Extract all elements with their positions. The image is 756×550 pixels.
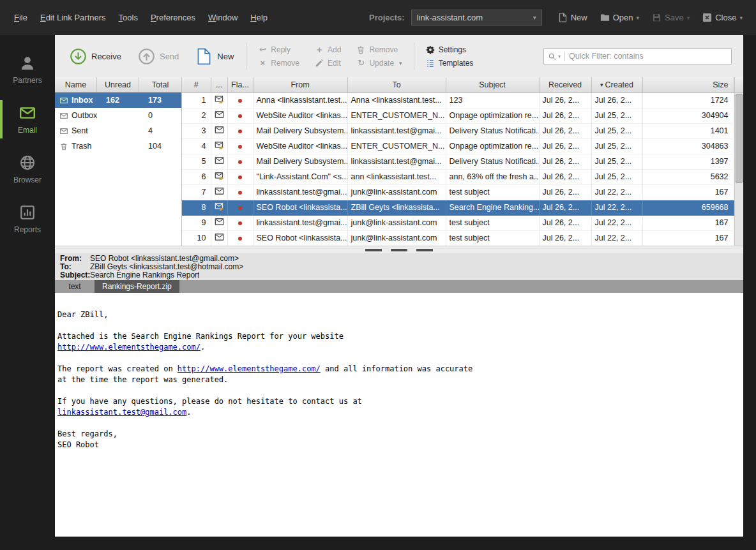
mail-row-from: SEO Robot <linkassista... <box>253 230 347 246</box>
sidebar-item-label: Reports <box>14 225 41 234</box>
mail-row-size: 5632 <box>642 169 734 184</box>
flag-icon <box>238 114 242 118</box>
settings-button[interactable]: Settings <box>426 45 474 54</box>
preview-tab-text[interactable]: text <box>55 280 94 293</box>
message-body-line <box>57 385 741 396</box>
flag-icon <box>238 221 242 225</box>
folder-row-trash[interactable]: Trash104 <box>55 138 181 154</box>
mail-row[interactable]: 1Anna <linkassistant.test...Anna <linkas… <box>182 93 734 108</box>
folder-column-header[interactable]: Unread <box>97 77 139 93</box>
new-project-button[interactable]: New <box>552 10 593 26</box>
folder-row-sent[interactable]: Sent4 <box>55 123 181 138</box>
page-icon <box>558 13 568 22</box>
quick-filter-input[interactable] <box>569 52 727 61</box>
vertical-scrollbar[interactable] <box>734 77 743 246</box>
body-text: . <box>186 408 191 417</box>
sidebar-item-label: Email <box>18 126 37 135</box>
toolbar-button-label: Edit <box>328 59 341 68</box>
chevron-down-icon[interactable]: ▾ <box>558 54 561 59</box>
mail-row-subject: ann, 63% off the fresh a... <box>446 169 539 184</box>
update-button[interactable]: ↻Update▾ <box>356 59 402 68</box>
splitter-handle[interactable] <box>55 246 743 253</box>
divider <box>564 52 565 61</box>
mail-row-subject: Search Engine Ranking... <box>446 200 539 215</box>
project-select[interactable]: link-assistant.com ▾ <box>411 10 542 26</box>
sidebar-item-email[interactable]: Email <box>0 96 55 142</box>
mail-row[interactable]: 2WebSite Auditor <linkas...ENTER_CUSTOME… <box>182 108 734 123</box>
mail-column-header-[interactable]: # <box>182 77 211 93</box>
folder-row-outbox[interactable]: Outbox0 <box>55 108 181 123</box>
mail-column-header-[interactable]: ... <box>211 77 227 93</box>
mail-column-header-size[interactable]: Size <box>642 77 734 93</box>
mail-row-to: linkassistant.test@gmai... <box>347 123 446 138</box>
message-to-row: To: ZBill Geyts <linkassistant.test@hotm… <box>55 262 743 271</box>
body-link[interactable]: linkassistant.test@gmail.com <box>57 408 186 417</box>
preview-tab-rankings-report-zip[interactable]: Rankings-Report.zip <box>94 280 179 293</box>
pencil-icon <box>315 59 324 68</box>
new-button[interactable]: New <box>187 48 242 65</box>
menu-item-file[interactable]: File <box>8 9 34 26</box>
flag-icon <box>238 160 242 164</box>
mail-column-header-subject[interactable]: Subject <box>446 77 539 93</box>
save-project-button[interactable]: Save▾ <box>646 10 695 26</box>
receive-button[interactable]: Receive <box>61 48 130 65</box>
add-button[interactable]: +Add <box>315 45 341 54</box>
mail-row[interactable]: 7linkassistant.test@gmai...junk@link-ass… <box>182 184 734 200</box>
from-label: From: <box>55 254 90 263</box>
mail-column-header-fla[interactable]: Fla... <box>227 77 253 93</box>
message-header: From: SEO Robot <linkassistant.test@gmai… <box>55 253 743 280</box>
close-project-button[interactable]: Close▾ <box>697 10 748 26</box>
mail-row[interactable]: 9linkassistant.test@gmai...junk@link-ass… <box>182 215 734 230</box>
menu-item-tools[interactable]: Tools <box>112 9 144 26</box>
mail-row-subject: test subject <box>446 215 539 230</box>
mail-row[interactable]: 8SEO Robot <linkassista...ZBill Geyts <l… <box>182 200 734 215</box>
menu-item-help[interactable]: Help <box>244 9 274 26</box>
mail-row-created: Jul 22, 2... <box>591 215 642 230</box>
body-link[interactable]: http://www.elementsthegame.com/ <box>57 343 200 352</box>
mail-row[interactable]: 4WebSite Auditor <linkas...ENTER_CUSTOME… <box>182 138 734 154</box>
scrollbar-thumb[interactable] <box>736 94 743 183</box>
mail-row-number: 8 <box>182 200 211 215</box>
sidebar-item-partners[interactable]: Partners <box>0 47 55 93</box>
mail-row-received: Jul 26, 2... <box>539 108 591 123</box>
sidebar-item-reports[interactable]: Reports <box>0 196 55 242</box>
folder-column-header[interactable]: Total <box>139 77 182 93</box>
mail-row[interactable]: 10SEO Robot <linkassista...junk@link-ass… <box>182 230 734 246</box>
message-from-row: From: SEO Robot <linkassistant.test@gmai… <box>55 254 743 262</box>
sidebar-item-browser[interactable]: Browser <box>0 146 55 192</box>
mail-row-received: Jul 26, 2... <box>539 123 591 138</box>
remove-button[interactable]: ×Remove <box>258 59 299 68</box>
mail-column-header-created[interactable]: ▾Created <box>591 77 642 93</box>
open-project-button[interactable]: Open▾ <box>594 10 645 26</box>
menu-bar: FileEdit Link PartnersToolsPreferencesWi… <box>8 9 274 26</box>
mail-row[interactable]: 3Mail Delivery Subsystem...linkassistant… <box>182 123 734 138</box>
menu-item-window[interactable]: Window <box>202 9 244 26</box>
send-button[interactable]: Send <box>130 48 187 65</box>
mail-row-to: junk@link-assistant.com <box>347 184 446 200</box>
mail-row-created: Jul 22, 2... <box>591 200 642 215</box>
mail-icon <box>215 233 224 241</box>
edit-button[interactable]: Edit <box>315 59 341 68</box>
mail-column-header-from[interactable]: From <box>253 77 347 93</box>
remove-button[interactable]: Remove <box>356 45 402 54</box>
mail-row-size: 304863 <box>642 138 734 154</box>
body-link[interactable]: http://www.elementsthegame.com/ <box>178 364 321 373</box>
menu-item-preferences[interactable]: Preferences <box>144 9 202 26</box>
toolbar-button-label: Remove <box>369 45 398 54</box>
mail-column-header-to[interactable]: To <box>347 77 446 93</box>
mail-column-header-received[interactable]: Received <box>539 77 591 93</box>
mail-row-flag <box>227 93 253 108</box>
message-body-line: If you have any questions, please do not… <box>57 396 741 407</box>
mail-pen-icon <box>215 95 224 103</box>
mail-row[interactable]: 6"Link-Assistant.Com" <s...ann <linkassi… <box>182 169 734 184</box>
folder-row-inbox[interactable]: Inbox162173 <box>55 93 181 108</box>
templates-button[interactable]: Templates <box>426 59 474 68</box>
mail-row-number: 6 <box>182 169 211 184</box>
disk-icon <box>652 13 662 22</box>
reply-button[interactable]: ↩Reply <box>258 45 299 54</box>
mail-row-flag <box>227 108 253 123</box>
mail-row-to: ENTER_CUSTOMER_N... <box>347 108 446 123</box>
menu-item-edit-link-partners[interactable]: Edit Link Partners <box>34 9 112 26</box>
mail-row[interactable]: 5Mail Delivery Subsystem...linkassistant… <box>182 154 734 169</box>
folder-column-header[interactable]: Name <box>55 77 97 93</box>
